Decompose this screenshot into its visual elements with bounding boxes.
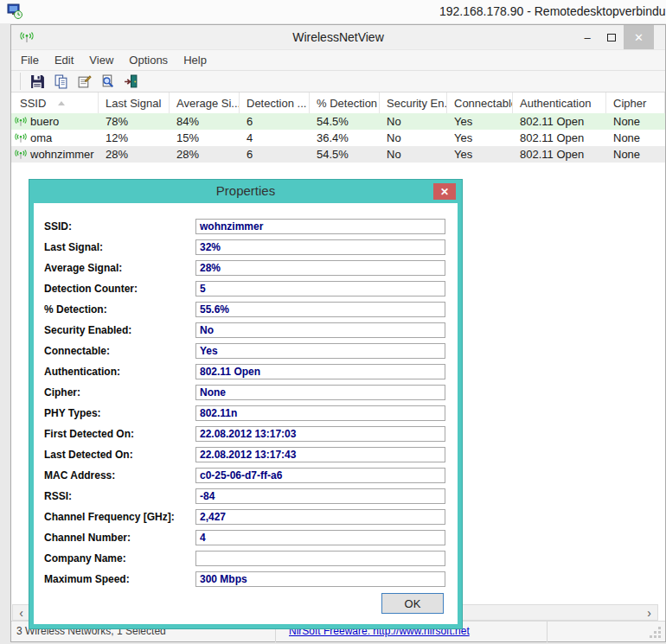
dialog-field-row: Channel Frequency [GHz]: 2,427	[34, 508, 458, 529]
menu-item[interactable]: Edit	[47, 50, 81, 70]
table-cell: 802.11 Open	[513, 130, 606, 146]
find-button[interactable]	[99, 73, 116, 90]
table-row[interactable]: oma 12% 15% 4 36.4% No Yes 802.11 Open N…	[11, 130, 665, 146]
table-cell-ssid: wohnzimmer	[11, 146, 99, 163]
dialog-field-row: Average Signal: 28%	[34, 259, 458, 280]
field-label: % Detection:	[44, 303, 107, 316]
field-label: SSID:	[44, 220, 72, 233]
field-value-input[interactable]: c0-25-06-d7-ff-a6	[195, 468, 445, 483]
table-header: SSID Last Signal Average Si... Detection…	[11, 92, 665, 113]
scroll-left-icon[interactable]: ‹	[14, 605, 29, 620]
close-button[interactable]: ✕	[624, 25, 654, 49]
field-label: Maximum Speed:	[44, 573, 130, 585]
column-header-ssid[interactable]: SSID	[11, 92, 99, 113]
field-value-input[interactable]: None	[195, 385, 445, 400]
dialog-field-row: Last Signal: 32%	[34, 239, 458, 259]
ok-button[interactable]: OK	[381, 593, 444, 614]
app-titlebar: WirelessNetView – ✕	[11, 25, 665, 49]
menu-item[interactable]: Options	[121, 50, 176, 70]
table-cell: 802.11 Open	[513, 146, 606, 163]
field-label: Company Name:	[44, 552, 126, 564]
table-cell: No	[380, 113, 447, 130]
field-value-input[interactable]: 802.11 Open	[195, 364, 445, 379]
maximize-icon	[607, 34, 616, 41]
menubar: File Edit View Options Help	[11, 49, 665, 70]
properties-icon	[77, 74, 92, 89]
copy-icon	[54, 74, 68, 89]
column-header-authentication[interactable]: Authentication	[513, 92, 606, 113]
table-cell-ssid: buero	[11, 113, 99, 130]
menu-item[interactable]: File	[13, 50, 47, 70]
dialog-body: SSID: wohnzimmer Last Signal: 32% Averag…	[34, 203, 458, 624]
sort-ascending-icon	[58, 101, 65, 105]
field-value-input[interactable]: 2,427	[195, 509, 445, 525]
table-row-selected[interactable]: wohnzimmer 28% 28% 6 54.5% No Yes 802.11…	[11, 146, 665, 163]
table-cell: None	[606, 146, 665, 163]
field-label: Last Signal:	[44, 241, 103, 253]
save-button[interactable]	[29, 73, 46, 90]
copy-button[interactable]	[52, 73, 69, 90]
wifi-antenna-icon	[15, 116, 27, 127]
field-label: MAC Address:	[44, 469, 115, 481]
field-label: Average Signal:	[44, 262, 122, 274]
scroll-right-icon[interactable]: ›	[642, 605, 656, 620]
minimize-button[interactable]: –	[575, 25, 599, 49]
dialog-field-row: Company Name:	[34, 550, 458, 571]
column-header-average-signal[interactable]: Average Si...	[170, 92, 240, 113]
table-cell: Yes	[447, 113, 513, 130]
table-cell: 6	[240, 113, 310, 130]
field-label: Last Detected On:	[44, 449, 133, 461]
table-cell: 36.4%	[310, 130, 380, 146]
resize-grip-icon[interactable]	[658, 635, 661, 638]
field-label: Channel Number:	[44, 532, 131, 544]
column-header-cipher[interactable]: Cipher	[606, 92, 665, 113]
table-cell: 54.5%	[310, 113, 380, 130]
field-label: First Detected On:	[44, 428, 134, 440]
maximize-button[interactable]	[599, 25, 624, 49]
wifi-antenna-icon	[15, 132, 27, 143]
remote-desktop-icon	[7, 3, 23, 23]
column-header-detection-counter[interactable]: Detection ...	[240, 92, 310, 113]
field-value-input[interactable]: 4	[195, 530, 445, 545]
field-value-input[interactable]: 300 Mbps	[195, 571, 445, 587]
field-value-input[interactable]: 55.6%	[195, 302, 445, 317]
field-label: Security Enabled:	[44, 324, 131, 336]
wifi-antenna-icon	[15, 149, 27, 160]
field-label: RSSI:	[44, 490, 72, 502]
field-value-input[interactable]: 22.08.2012 13:17:43	[195, 447, 445, 462]
field-value-input[interactable]: 5	[195, 281, 445, 296]
field-label: PHY Types:	[44, 407, 101, 419]
column-header-percent-detection[interactable]: % Detection	[310, 92, 380, 113]
dialog-field-row: Channel Number: 4	[34, 529, 458, 550]
menu-item[interactable]: Help	[176, 50, 215, 70]
table-row[interactable]: buero 78% 84% 6 54.5% No Yes 802.11 Open…	[11, 113, 665, 130]
exit-button[interactable]	[122, 73, 139, 90]
dialog-field-row: Last Detected On: 22.08.2012 13:17:43	[34, 446, 458, 467]
field-value-input[interactable]: 28%	[195, 260, 445, 276]
status-panel-right	[548, 622, 665, 642]
close-icon: ✕	[440, 186, 449, 198]
table-cell: 802.11 Open	[513, 113, 606, 130]
column-header-security-enabled[interactable]: Security En...	[380, 92, 447, 113]
field-value-input[interactable]: 22.08.2012 13:17:03	[195, 426, 445, 442]
dialog-title: Properties	[29, 180, 462, 203]
column-header-last-signal[interactable]: Last Signal	[99, 92, 170, 113]
field-value-input[interactable]: Yes	[195, 343, 445, 359]
field-value-input[interactable]: wohnzimmer	[195, 219, 445, 234]
column-header-connectable[interactable]: Connectable	[447, 92, 513, 113]
dialog-close-button[interactable]: ✕	[433, 183, 456, 200]
table-cell: Yes	[447, 146, 513, 163]
field-value-input[interactable]: No	[195, 322, 445, 338]
field-value-input[interactable]: 802.11n	[195, 405, 445, 421]
table-cell: 4	[240, 130, 310, 146]
properties-button[interactable]	[75, 73, 93, 90]
exit-icon	[124, 74, 138, 89]
menu-item[interactable]: View	[81, 50, 121, 70]
dialog-field-row: PHY Types: 802.11n	[34, 405, 458, 425]
dialog-field-row: SSID: wohnzimmer	[34, 218, 458, 239]
field-value-input[interactable]: 32%	[195, 239, 445, 255]
table-cell: 12%	[99, 130, 170, 146]
field-value-input[interactable]: -84	[195, 488, 445, 504]
table-cell: No	[380, 130, 447, 146]
field-value-input[interactable]	[195, 551, 445, 566]
